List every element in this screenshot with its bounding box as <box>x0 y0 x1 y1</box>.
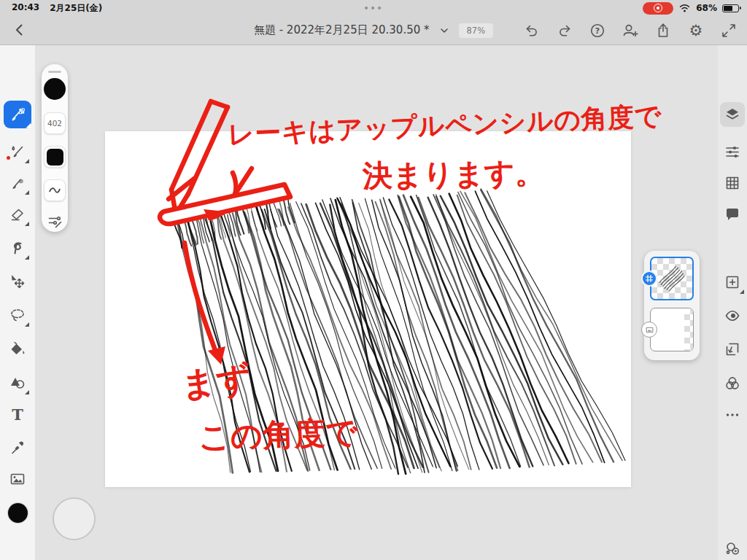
more-actions-button[interactable] <box>720 402 745 427</box>
wifi-icon <box>678 3 691 13</box>
text-icon: T <box>12 405 23 424</box>
tool-pixel-brush[interactable] <box>4 101 31 128</box>
status-bar: 20:43 2月25日(金) ••• 68% <box>0 0 747 16</box>
document-title: 無題 - 2022年2月25日 20.30.50 * <box>254 23 430 37</box>
back-button[interactable] <box>9 19 31 41</box>
panel-drag-handle[interactable] <box>48 71 61 73</box>
current-color-swatch[interactable] <box>5 500 30 525</box>
left-toolbar: T <box>0 45 35 560</box>
invite-button[interactable] <box>621 21 640 40</box>
tool-move[interactable] <box>5 269 30 294</box>
image-layer-badge <box>641 322 657 338</box>
smoothing-button[interactable] <box>44 179 66 201</box>
zoom-level-badge[interactable]: 87% <box>459 23 494 38</box>
brush-color-swatch <box>47 149 63 166</box>
tool-place-image[interactable] <box>5 467 30 491</box>
tool-live-brush[interactable] <box>5 139 30 164</box>
undo-button[interactable] <box>522 21 541 40</box>
help-button[interactable]: ? <box>588 21 607 40</box>
pixel-layer-badge <box>641 271 657 287</box>
layer-mask-button[interactable] <box>720 337 745 362</box>
multitask-dots: ••• <box>0 4 747 13</box>
adjustments-button[interactable] <box>720 139 745 164</box>
brush-color-button[interactable] <box>44 146 66 168</box>
brush-settings-button[interactable] <box>45 211 64 230</box>
transparency-strip <box>684 308 693 351</box>
tool-eyedropper[interactable] <box>5 435 30 460</box>
svg-text:?: ? <box>595 26 600 36</box>
tool-shapes[interactable] <box>5 370 30 395</box>
grid-button[interactable] <box>720 171 745 195</box>
color-swatch <box>8 503 28 523</box>
right-taskbar <box>718 45 747 560</box>
battery-percent: 68% <box>696 3 717 13</box>
layers-panel <box>644 251 700 360</box>
record-icon <box>654 4 662 12</box>
tool-mixer-brush[interactable] <box>5 171 30 195</box>
tool-fill[interactable] <box>5 337 30 362</box>
brush-settings-icon <box>46 212 63 230</box>
layer-visibility-button[interactable] <box>720 303 745 328</box>
brush-options-panel: 402 <box>42 64 68 232</box>
layer-blend-button[interactable] <box>720 371 745 396</box>
smoothing-wave-icon <box>47 182 63 198</box>
drawing-canvas[interactable] <box>105 131 631 487</box>
settings-button[interactable]: ⚙ <box>686 21 705 40</box>
timelapse-button[interactable] <box>720 537 745 560</box>
touch-shortcut-button[interactable] <box>53 497 96 540</box>
settings-gear-icon: ⚙ <box>689 23 703 39</box>
tool-text[interactable]: T <box>5 402 30 427</box>
fullscreen-button[interactable] <box>719 21 738 40</box>
brush-preview-dot[interactable] <box>44 78 66 100</box>
layer-paint-preview <box>651 258 692 299</box>
tool-eraser[interactable] <box>5 202 30 227</box>
layers-button[interactable] <box>720 102 745 127</box>
title-dropdown-chevron[interactable] <box>438 25 450 36</box>
share-button[interactable] <box>654 21 673 40</box>
battery-icon <box>722 4 741 12</box>
brush-size-value: 402 <box>47 119 62 128</box>
tool-smudge[interactable] <box>5 236 30 260</box>
title-bar: 無題 - 2022年2月25日 20.30.50 * 87% ? ⚙ <box>0 16 747 45</box>
brush-size-button[interactable]: 402 <box>44 112 66 134</box>
tool-lasso[interactable] <box>5 303 30 327</box>
comment-button[interactable] <box>720 202 745 227</box>
add-layer-button[interactable] <box>720 270 745 295</box>
screen-recording-indicator[interactable] <box>643 2 673 15</box>
redo-button[interactable] <box>555 21 574 40</box>
